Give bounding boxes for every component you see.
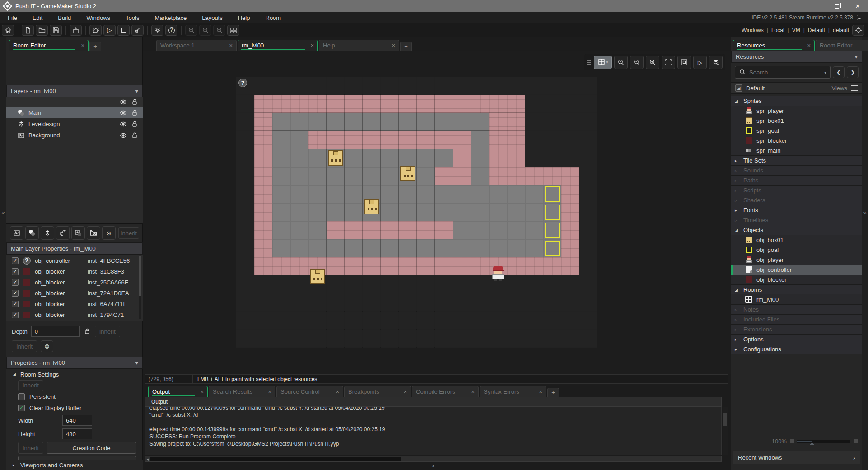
- right-dock-collapse[interactable]: »: [862, 37, 868, 470]
- floor-tile[interactable]: [290, 239, 308, 257]
- tab-resources[interactable]: Resources×: [733, 40, 815, 51]
- close-button[interactable]: ×: [847, 0, 868, 12]
- output-log[interactable]: elapsed time 00:00:00.1270009s for comma…: [145, 407, 722, 455]
- wall-tile[interactable]: [453, 167, 471, 185]
- search-input[interactable]: Search... ▾: [735, 66, 831, 79]
- floor-tile[interactable]: [272, 149, 290, 167]
- target-segment-default[interactable]: default: [833, 27, 849, 33]
- minimize-button[interactable]: [806, 0, 826, 12]
- menu-layouts[interactable]: Layouts: [194, 14, 230, 21]
- tree-group-configurations[interactable]: ▸Configurations: [731, 344, 862, 354]
- tree-group-shaders[interactable]: ▹Shaders: [731, 195, 862, 205]
- add-layer-folder-button[interactable]: [87, 226, 100, 240]
- box-instance[interactable]: [364, 199, 379, 214]
- floor-tile[interactable]: [399, 239, 417, 257]
- output-horizontal-scrollbar[interactable]: ◂: [145, 456, 722, 462]
- wall-tile[interactable]: [417, 95, 435, 113]
- floor-tile[interactable]: [308, 239, 327, 257]
- floor-tile[interactable]: [453, 113, 471, 131]
- floor-tile[interactable]: [290, 185, 308, 203]
- wall-tile[interactable]: [525, 167, 543, 185]
- tab-room-editor[interactable]: Room Editor×: [816, 40, 868, 51]
- room-properties-header[interactable]: Properties - rm_lvl00 ▾: [6, 357, 143, 369]
- close-icon[interactable]: ×: [387, 42, 395, 49]
- clear-display-buffer-checkbox[interactable]: ✓: [18, 405, 25, 411]
- floor-tile[interactable]: [381, 185, 399, 203]
- tab-syntax-errors[interactable]: Syntax Errors×: [480, 386, 546, 397]
- wall-tile[interactable]: [435, 257, 453, 275]
- floor-tile[interactable]: [399, 185, 417, 203]
- floor-tile[interactable]: [489, 203, 507, 221]
- center-view-button[interactable]: [677, 56, 691, 69]
- floor-tile[interactable]: [381, 167, 399, 185]
- depth-input[interactable]: 0: [31, 326, 80, 337]
- new-project-button[interactable]: [22, 25, 34, 36]
- eye-icon[interactable]: [119, 109, 127, 116]
- target-segment-default[interactable]: Default: [808, 27, 825, 33]
- floor-tile[interactable]: [272, 113, 290, 131]
- tree-group-extensions[interactable]: ▹Extensions: [731, 324, 862, 334]
- persistent-checkbox[interactable]: [18, 393, 25, 400]
- floor-tile[interactable]: [290, 167, 308, 185]
- wall-tile[interactable]: [489, 167, 507, 185]
- floor-tile[interactable]: [308, 167, 327, 185]
- wall-tile[interactable]: [561, 203, 579, 221]
- wall-tile[interactable]: [471, 257, 489, 275]
- height-input[interactable]: 480: [62, 428, 92, 439]
- floor-tile[interactable]: [308, 149, 327, 167]
- zoom-slider[interactable]: [797, 440, 850, 443]
- tree-group-objects[interactable]: ◢Objects: [731, 225, 862, 235]
- floor-tile[interactable]: [345, 239, 363, 257]
- floor-tile[interactable]: [417, 167, 435, 185]
- debug-button[interactable]: [89, 25, 102, 36]
- floor-tile[interactable]: [471, 167, 489, 185]
- lock-icon[interactable]: [131, 98, 138, 106]
- tab-source-control[interactable]: Source Control×: [276, 386, 343, 397]
- search-prev-button[interactable]: ❮: [833, 66, 845, 78]
- tab-output[interactable]: Output×: [148, 386, 208, 397]
- tree-group-scripts[interactable]: ▹Scripts: [731, 185, 862, 195]
- floor-tile[interactable]: [290, 113, 308, 131]
- floor-tile[interactable]: [308, 221, 327, 239]
- floor-tile[interactable]: [327, 113, 345, 131]
- floor-tile[interactable]: [453, 221, 471, 239]
- tree-item-spr_goal[interactable]: spr_goal: [731, 126, 862, 135]
- home-button[interactable]: [2, 25, 14, 36]
- grid-toggle-button[interactable]: ▾: [594, 56, 612, 69]
- player-instance[interactable]: [492, 266, 504, 281]
- wall-tile[interactable]: [453, 131, 471, 149]
- room-settings-group[interactable]: ◢ Room Settings: [6, 369, 143, 380]
- help-button[interactable]: ?: [165, 25, 177, 36]
- instance-row[interactable]: ✓?obj_controllerinst_4FBCCE56: [6, 255, 143, 266]
- floor-tile[interactable]: [507, 203, 525, 221]
- zoom-out-button[interactable]: [185, 25, 197, 36]
- instance-row[interactable]: ✓obj_blockerinst_1794C71: [6, 309, 143, 320]
- wall-tile[interactable]: [254, 113, 272, 131]
- tree-group-sprites[interactable]: ◢Sprites: [731, 96, 862, 106]
- add-tab-button[interactable]: +: [547, 388, 559, 397]
- eye-icon[interactable]: [119, 131, 127, 139]
- tree-item-obj_controller[interactable]: obj_controller: [731, 265, 862, 275]
- floor-tile[interactable]: [363, 167, 381, 185]
- floor-tile[interactable]: [435, 239, 453, 257]
- tree-group-paths[interactable]: ▹Paths: [731, 175, 862, 185]
- wall-tile[interactable]: [290, 257, 308, 275]
- tree-item-rm_lvl00[interactable]: rm_lvl00: [731, 294, 862, 304]
- laptop-mode-button[interactable]: [227, 25, 239, 36]
- close-icon[interactable]: ×: [467, 388, 475, 395]
- tree-group-notes[interactable]: ▹Notes: [731, 304, 862, 314]
- floor-tile[interactable]: [435, 113, 453, 131]
- floor-tile[interactable]: [363, 113, 381, 131]
- tab-rm_lvl00[interactable]: rm_lvl00×: [238, 40, 318, 51]
- floor-tile[interactable]: [327, 167, 345, 185]
- wall-tile[interactable]: [471, 95, 489, 113]
- settings-inherit-button[interactable]: Inherit: [18, 380, 43, 391]
- wall-tile[interactable]: [507, 167, 525, 185]
- floor-tile[interactable]: [399, 113, 417, 131]
- close-icon[interactable]: ×: [263, 388, 271, 395]
- layer-row-leveldesign[interactable]: Leveldesign: [6, 118, 143, 130]
- floor-tile[interactable]: [435, 185, 453, 203]
- add-asset-layer-button[interactable]: [71, 226, 85, 240]
- floor-tile[interactable]: [272, 239, 290, 257]
- add-tile-layer-button[interactable]: [41, 226, 54, 240]
